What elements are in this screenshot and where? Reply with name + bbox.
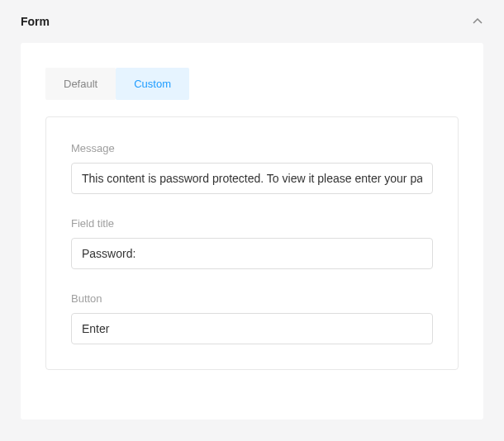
tab-custom[interactable]: Custom (116, 68, 189, 100)
form-group-message: Message (71, 142, 433, 194)
field-title-label: Field title (71, 217, 433, 230)
field-title-input[interactable] (71, 238, 433, 269)
chevron-up-icon (472, 16, 483, 27)
settings-card: Default Custom Message Field title Butto… (21, 43, 483, 420)
message-label: Message (71, 142, 433, 154)
panel-title: Form (21, 15, 50, 28)
button-label: Button (71, 292, 433, 305)
message-input[interactable] (71, 163, 433, 194)
button-input[interactable] (71, 313, 433, 344)
tabs: Default Custom (45, 68, 459, 100)
form-box: Message Field title Button (45, 116, 459, 370)
panel-header[interactable]: Form (0, 0, 504, 43)
form-group-field-title: Field title (71, 217, 433, 269)
form-group-button: Button (71, 292, 433, 344)
tab-default[interactable]: Default (45, 68, 116, 100)
